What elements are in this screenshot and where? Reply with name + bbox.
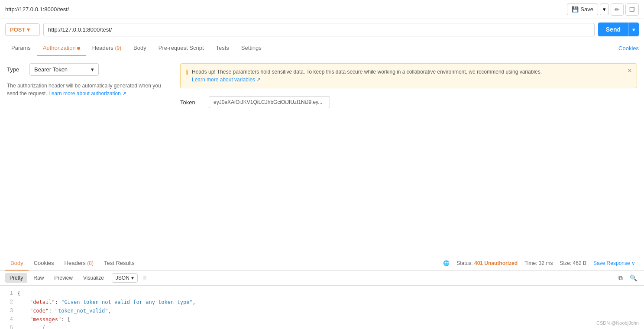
response-section: Body Cookies Headers (8) Test Results 🌐 … [0,256,644,329]
copy-button[interactable]: ⧉ [617,274,625,283]
method-select[interactable]: POST ▾ [5,23,40,36]
type-value: Bearer Token [34,66,68,73]
globe-icon: 🌐 [443,260,450,266]
format-tabs: Pretty Raw Preview Visualize [5,273,108,283]
status-badge: Status: 401 Unauthorized [456,260,518,266]
fmt-tab-raw[interactable]: Raw [29,273,48,283]
url-input[interactable] [43,23,595,36]
response-tab-headers[interactable]: Headers (8) [59,256,99,271]
code-area: 1234567891011 { "detail": "Given token n… [0,286,644,329]
tabs-left: Params Authorization Headers (9) Body Pr… [5,40,268,56]
format-left: Pretty Raw Preview Visualize JSON ▾ ≡ [5,273,148,283]
info-text: Heads up! These parameters hold sensitiv… [192,68,542,84]
type-label: Type [7,66,24,73]
response-tab-body[interactable]: Body [5,256,29,271]
json-format-label: JSON [116,275,129,281]
type-row: Type Bearer Token ▾ [7,63,166,76]
response-time: Time: 32 ms [524,260,553,266]
info-banner: ℹ Heads up! These parameters hold sensit… [180,63,637,88]
token-input[interactable] [209,96,330,108]
tab-settings[interactable]: Settings [235,40,268,56]
send-button[interactable]: Send [598,23,628,36]
learn-more-variables-link[interactable]: Learn more about variables ↗ [192,77,261,83]
response-tab-test-results[interactable]: Test Results [99,256,140,271]
send-group: Send ▾ [598,23,639,36]
token-label: Token [180,99,202,106]
code-content: { "detail": "Given token not valid for a… [17,289,644,329]
edit-icon: ✏ [615,6,620,13]
fmt-tab-preview[interactable]: Preview [50,273,77,283]
fmt-tab-pretty[interactable]: Pretty [5,273,27,283]
type-dropdown-icon: ▾ [91,66,94,73]
format-lines-button[interactable]: ≡ [141,274,148,282]
auth-description: The authorization header will be automat… [7,82,166,97]
request-bar: POST ▾ Send ▾ [0,19,644,40]
request-tabs-bar: Params Authorization Headers (9) Body Pr… [0,40,644,56]
duplicate-button[interactable]: ❐ [625,3,639,16]
edit-button[interactable]: ✏ [611,3,624,16]
json-format-select[interactable]: JSON ▾ [112,273,138,283]
watermark: CSDN @NoobjJohn [596,320,639,326]
fmt-tab-visualize[interactable]: Visualize [79,273,108,283]
info-icon: ℹ [186,68,188,76]
line-numbers: 1234567891011 [0,289,17,329]
tab-authorization[interactable]: Authorization [37,40,86,56]
save-button[interactable]: 💾 Save [567,3,598,15]
tab-pre-request-script[interactable]: Pre-request Script [152,40,210,56]
left-panel: Type Bearer Token ▾ The authorization he… [0,56,173,256]
right-panel: ℹ Heads up! These parameters hold sensit… [173,56,644,256]
auth-active-dot [77,47,80,50]
save-dropdown-button[interactable]: ▾ [600,3,609,15]
tab-body[interactable]: Body [127,40,152,56]
title-bar: http://127.0.0.1:8000/test/ 💾 Save ▾ ✏ ❐ [0,0,644,19]
save-response-button[interactable]: Save Response ∨ [593,260,635,266]
tab-params[interactable]: Params [5,40,37,56]
title-actions: 💾 Save ▾ ✏ ❐ [567,3,639,16]
method-dropdown-icon: ▾ [27,26,30,33]
method-label: POST [10,26,25,33]
close-banner-button[interactable]: ✕ [627,67,632,74]
response-size: Size: 462 B [560,260,586,266]
main-content: Type Bearer Token ▾ The authorization he… [0,56,644,256]
response-tab-cookies[interactable]: Cookies [29,256,59,271]
duplicate-icon: ❐ [629,6,635,13]
title-url: http://127.0.0.1:8000/test/ [5,6,69,13]
response-status-bar: 🌐 Status: 401 Unauthorized Time: 32 ms S… [440,260,639,266]
tab-headers[interactable]: Headers (9) [86,40,127,56]
response-tabs-bar: Body Cookies Headers (8) Test Results 🌐 … [0,256,644,271]
learn-more-auth-link[interactable]: Learn more about authorization ↗ [49,90,126,97]
send-dropdown-button[interactable]: ▾ [628,23,639,36]
response-tabs: Body Cookies Headers (8) Test Results [5,256,140,270]
tab-tests[interactable]: Tests [210,40,235,56]
json-format-dropdown-icon: ▾ [131,275,134,281]
format-actions: ⧉ 🔍 [617,274,639,283]
cookies-link[interactable]: Cookies [618,41,639,56]
save-icon: 💾 [572,6,579,13]
type-select[interactable]: Bearer Token ▾ [29,63,99,76]
format-bar: Pretty Raw Preview Visualize JSON ▾ ≡ ⧉ … [0,271,644,286]
search-button[interactable]: 🔍 [628,274,639,282]
token-row: Token [180,96,637,108]
